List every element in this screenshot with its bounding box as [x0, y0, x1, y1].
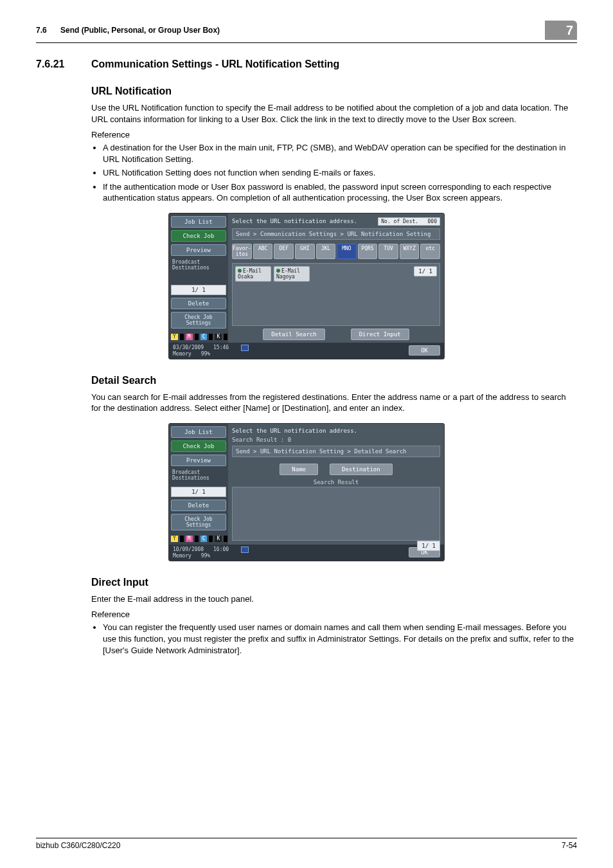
alpha-wxyz[interactable]: WXYZ — [400, 244, 420, 259]
section-heading-row: 7.6.21 Communication Settings - URL Noti… — [36, 59, 577, 70]
header-section-title: Send (Public, Personal, or Group User Bo… — [60, 26, 220, 35]
toner-strip: Y M C K — [171, 334, 226, 340]
instruction-text: Select the URL notification address. — [232, 218, 357, 224]
direct-input-bullets: You can register the frequently used use… — [103, 622, 577, 656]
status-date: 03/30/2009 — [173, 345, 204, 350]
direct-input-heading: Direct Input — [91, 577, 577, 588]
left-page-indicator: 1/ 1 — [171, 487, 226, 497]
section-number: 7.6.21 — [36, 59, 77, 70]
page-header: 7.6 Send (Public, Personal, or Group Use… — [36, 21, 577, 43]
instruction-text: Select the URL notification address. — [232, 428, 357, 434]
detail-search-body: You can search for E-mail addresses from… — [91, 392, 577, 414]
bullet-item: URL Notification Setting does not functi… — [103, 167, 577, 179]
left-page-indicator: 1/ 1 — [171, 285, 226, 295]
status-bar: 03/30/2009 15:46 Memory 99% OK — [169, 343, 444, 359]
reference-label-2: Reference — [91, 610, 577, 619]
alpha-jkl[interactable]: JKL — [316, 244, 336, 259]
chapter-badge: 7 — [545, 21, 577, 40]
toner-c: C — [200, 334, 208, 340]
toner-y: Y — [171, 334, 178, 340]
url-notification-bullets: A destination for the User Box in the ma… — [103, 142, 577, 204]
dest-name: Osaka — [238, 274, 253, 280]
detail-search-heading: Detail Search — [91, 375, 577, 386]
name-tab[interactable]: Name — [280, 464, 318, 475]
memory-icon — [241, 547, 249, 553]
detail-search-button[interactable]: Detail Search — [263, 329, 324, 340]
alpha-def[interactable]: DEF — [274, 244, 294, 259]
search-result-title: Search Result — [232, 479, 440, 485]
dest-name: Nagoya — [276, 274, 295, 280]
breadcrumb: Send > Communication Settings > URL Noti… — [232, 228, 440, 240]
url-notification-heading: URL Notification — [91, 86, 577, 97]
header-left: 7.6 Send (Public, Personal, or Group Use… — [36, 26, 220, 35]
mfp-screen-detail-search: Job List Check Job Preview Broadcast Des… — [168, 423, 445, 561]
direct-input-body: Enter the E-mail address in the touch pa… — [91, 593, 577, 605]
check-job-settings-button[interactable]: Check Job Settings — [171, 312, 226, 329]
dest-type: E-Mail — [281, 268, 300, 274]
memory-icon — [241, 345, 249, 351]
preview-button[interactable]: Preview — [171, 244, 226, 256]
toner-m: M — [186, 536, 193, 542]
status-time: 15:46 — [213, 345, 229, 350]
alpha-pqrs[interactable]: PQRS — [358, 244, 378, 259]
toner-k: K — [215, 334, 222, 340]
broadcast-destinations-label: Broadcast Destinations — [171, 258, 226, 271]
destination-area: E-Mail Osaka E-Mail Nagoya 1/ 1 — [232, 263, 440, 326]
delete-button[interactable]: Delete — [171, 298, 226, 309]
url-notification-intro: Use the URL Notification function to spe… — [91, 102, 577, 125]
dest-count-badge: No. of Dest. 000 — [378, 217, 440, 226]
alpha-filter-row: Favor-ites ABC DEF GHI JKL MNO PQRS TUV … — [232, 244, 440, 259]
toner-k: K — [215, 536, 222, 542]
memory-label: Memory — [173, 351, 191, 357]
preview-button[interactable]: Preview — [171, 455, 226, 466]
direct-input-button[interactable]: Direct Input — [351, 329, 409, 340]
email-icon — [276, 269, 280, 273]
search-result-count: Search Result : 0 — [232, 437, 440, 446]
memory-label: Memory — [173, 553, 191, 559]
job-list-tab[interactable]: Job List — [171, 216, 226, 228]
header-section-ref: 7.6 — [36, 26, 47, 35]
reference-label-1: Reference — [91, 130, 577, 140]
email-icon — [238, 269, 242, 273]
check-job-settings-button[interactable]: Check Job Settings — [171, 514, 226, 530]
footer-model: bizhub C360/C280/C220 — [36, 841, 120, 850]
alpha-tuv[interactable]: TUV — [378, 244, 398, 259]
toner-c: C — [200, 536, 208, 542]
status-bar: 10/09/2008 16:00 Memory 99% OK — [169, 545, 444, 561]
memory-value: 99% — [201, 351, 210, 357]
alpha-ghi[interactable]: GHI — [295, 244, 315, 259]
destination-email-nagoya[interactable]: E-Mail Nagoya — [274, 266, 310, 282]
dest-type: E-Mail — [243, 268, 262, 274]
mfp-screen-url-notification: Job List Check Job Preview Broadcast Des… — [168, 213, 445, 359]
broadcast-destinations-label: Broadcast Destinations — [171, 469, 226, 482]
result-page-indicator: 1/ 1 — [414, 266, 437, 276]
destination-tab[interactable]: Destination — [330, 464, 393, 475]
alpha-abc[interactable]: ABC — [253, 244, 273, 259]
section-title: Communication Settings - URL Notificatio… — [91, 59, 339, 70]
bullet-item: A destination for the User Box in the ma… — [103, 142, 577, 165]
status-time: 16:00 — [213, 547, 229, 552]
bullet-item: If the authentication mode or User Box p… — [103, 181, 577, 204]
job-list-tab[interactable]: Job List — [171, 426, 226, 438]
destination-email-osaka[interactable]: E-Mail Osaka — [235, 266, 271, 282]
footer-page: 7-54 — [562, 841, 577, 850]
dest-count-label: No. of Dest. — [381, 219, 418, 224]
check-job-button[interactable]: Check Job — [171, 440, 226, 452]
memory-value: 99% — [201, 553, 210, 559]
alpha-mno[interactable]: MNO — [337, 244, 357, 259]
bullet-item: You can register the frequently used use… — [103, 622, 577, 656]
toner-y: Y — [171, 536, 178, 542]
breadcrumb: Send > URL Notification Setting > Detail… — [232, 446, 440, 457]
search-result-pane — [232, 487, 440, 541]
alpha-favorites[interactable]: Favor-ites — [232, 244, 252, 259]
dest-count-value: 000 — [428, 219, 437, 224]
delete-button[interactable]: Delete — [171, 500, 226, 511]
toner-strip: Y M C K — [171, 536, 226, 542]
result-page-indicator: 1/ 1 — [417, 541, 440, 551]
toner-m: M — [186, 334, 193, 340]
alpha-etc[interactable]: etc — [420, 244, 440, 259]
ok-button[interactable]: OK — [409, 345, 440, 356]
status-date: 10/09/2008 — [173, 547, 204, 552]
check-job-button[interactable]: Check Job — [171, 230, 226, 242]
page-footer: bizhub C360/C280/C220 7-54 — [36, 838, 577, 850]
